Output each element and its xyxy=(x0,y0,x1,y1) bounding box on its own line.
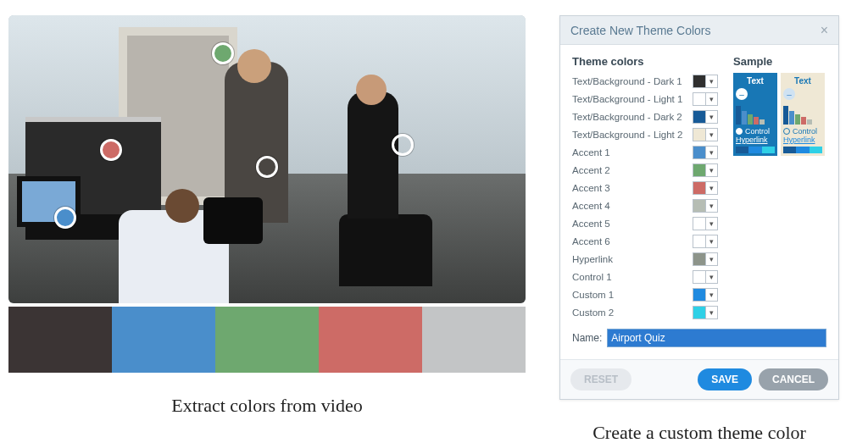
chevron-down-icon: ▾ xyxy=(705,129,717,141)
sample-text-label: Text xyxy=(783,76,822,86)
color-picker-gray-dot[interactable] xyxy=(392,134,414,156)
color-swatch-icon xyxy=(693,253,705,265)
color-dropdown[interactable]: ▾ xyxy=(693,181,718,195)
color-swatch-icon xyxy=(693,75,705,87)
chevron-down-icon: ▾ xyxy=(705,111,717,123)
color-swatch-icon xyxy=(693,147,705,158)
theme-color-label: Accent 6 xyxy=(572,236,610,246)
extracted-palette xyxy=(8,307,526,373)
dialog-title: Create New Theme Colors xyxy=(570,24,710,37)
color-dropdown[interactable]: ▾ xyxy=(693,252,718,266)
radio-icon xyxy=(736,128,743,135)
sample-disc-icon: – xyxy=(736,88,748,100)
color-swatch-icon xyxy=(693,271,705,283)
palette-swatch-coral xyxy=(319,307,422,373)
chevron-down-icon: ▾ xyxy=(705,235,717,247)
theme-color-row: Accent 1▾ xyxy=(572,144,718,161)
theme-color-label: Accent 4 xyxy=(572,201,610,211)
color-swatch-icon xyxy=(693,111,705,123)
color-swatch-icon xyxy=(693,164,705,176)
chevron-down-icon: ▾ xyxy=(705,200,717,212)
color-dropdown[interactable]: ▾ xyxy=(693,288,718,302)
chevron-down-icon: ▾ xyxy=(705,253,717,265)
palette-swatch-dark-brown xyxy=(8,307,112,373)
video-still xyxy=(8,15,526,303)
theme-color-label: Text/Background - Dark 1 xyxy=(572,76,682,86)
chevron-down-icon: ▾ xyxy=(705,218,717,230)
theme-color-label: Text/Background - Light 2 xyxy=(572,130,682,140)
sample-text-label: Text xyxy=(736,76,775,86)
theme-color-label: Hyperlink xyxy=(572,254,613,264)
color-dropdown[interactable]: ▾ xyxy=(693,306,718,319)
sample-control-label: Control xyxy=(745,127,770,136)
sample-mini-chart xyxy=(783,102,822,125)
color-dropdown[interactable]: ▾ xyxy=(693,235,718,248)
sample-card-dark: Text–ControlHyperlink xyxy=(733,73,777,156)
color-dropdown[interactable]: ▾ xyxy=(693,163,718,177)
color-dropdown[interactable]: ▾ xyxy=(693,110,718,124)
theme-color-label: Accent 2 xyxy=(572,165,610,175)
theme-color-row: Hyperlink▾ xyxy=(572,251,718,268)
palette-swatch-blue xyxy=(112,307,215,373)
color-swatch-icon xyxy=(693,307,705,318)
theme-color-row: Text/Background - Dark 2▾ xyxy=(572,108,718,125)
theme-color-row: Text/Background - Dark 1▾ xyxy=(572,73,718,90)
color-dropdown[interactable]: ▾ xyxy=(693,146,718,159)
sample-accent-strip xyxy=(736,147,775,153)
sample-disc-icon: – xyxy=(783,88,795,100)
color-picker-coral-dot[interactable] xyxy=(100,139,122,161)
sample-control-label: Control xyxy=(793,127,817,136)
cancel-button[interactable]: CANCEL xyxy=(759,368,828,390)
theme-color-label: Accent 5 xyxy=(572,219,610,229)
sample-hyperlink-label: Hyperlink xyxy=(736,136,775,144)
theme-color-label: Accent 3 xyxy=(572,183,610,193)
color-dropdown[interactable]: ▾ xyxy=(693,75,718,88)
theme-color-row: Custom 2▾ xyxy=(572,304,718,321)
color-picker-blue-dot[interactable] xyxy=(54,207,76,229)
theme-colors-dialog: Create New Theme Colors × Theme colors T… xyxy=(559,15,839,400)
chevron-down-icon: ▾ xyxy=(705,93,717,105)
color-picker-green-dot[interactable] xyxy=(212,42,234,64)
close-icon[interactable]: × xyxy=(821,23,828,38)
theme-color-label: Accent 1 xyxy=(572,147,610,158)
sample-hyperlink-label: Hyperlink xyxy=(783,136,822,144)
theme-color-label: Custom 1 xyxy=(572,290,614,300)
reset-button[interactable]: RESET xyxy=(570,368,632,390)
sample-heading: Sample xyxy=(733,55,826,68)
sample-accent-strip xyxy=(783,147,822,153)
theme-color-row: Accent 3▾ xyxy=(572,180,718,197)
chevron-down-icon: ▾ xyxy=(705,147,717,158)
theme-color-label: Text/Background - Dark 2 xyxy=(572,112,682,122)
color-swatch-icon xyxy=(693,182,705,194)
chevron-down-icon: ▾ xyxy=(705,182,717,194)
color-swatch-icon xyxy=(693,218,705,230)
save-button[interactable]: SAVE xyxy=(698,368,752,390)
theme-color-row: Control 1▾ xyxy=(572,269,718,285)
left-caption: Extract colors from video xyxy=(8,395,526,417)
name-label: Name: xyxy=(572,332,602,344)
color-swatch-icon xyxy=(693,93,705,105)
color-dropdown[interactable]: ▾ xyxy=(693,270,718,284)
theme-color-label: Text/Background - Light 1 xyxy=(572,94,682,104)
color-dropdown[interactable]: ▾ xyxy=(693,217,718,230)
theme-name-input[interactable]: Airport Quiz xyxy=(607,329,826,347)
color-dropdown[interactable]: ▾ xyxy=(693,199,718,213)
color-swatch-icon xyxy=(693,235,705,247)
color-picker-brown-dot[interactable] xyxy=(256,156,278,178)
right-caption: Create a custom theme color xyxy=(559,422,839,443)
theme-color-row: Accent 2▾ xyxy=(572,162,718,179)
chevron-down-icon: ▾ xyxy=(705,289,717,301)
chevron-down-icon: ▾ xyxy=(705,307,717,318)
color-dropdown[interactable]: ▾ xyxy=(693,92,718,106)
palette-swatch-green xyxy=(215,307,319,373)
sample-control-row: Control xyxy=(783,127,822,136)
theme-color-label: Custom 2 xyxy=(572,307,614,318)
color-dropdown[interactable]: ▾ xyxy=(693,128,718,141)
color-swatch-icon xyxy=(693,200,705,212)
chevron-down-icon: ▾ xyxy=(705,164,717,176)
sample-control-row: Control xyxy=(736,127,775,136)
theme-color-row: Custom 1▾ xyxy=(572,286,718,303)
chevron-down-icon: ▾ xyxy=(705,271,717,283)
theme-color-row: Text/Background - Light 2▾ xyxy=(572,126,718,143)
chevron-down-icon: ▾ xyxy=(705,75,717,87)
